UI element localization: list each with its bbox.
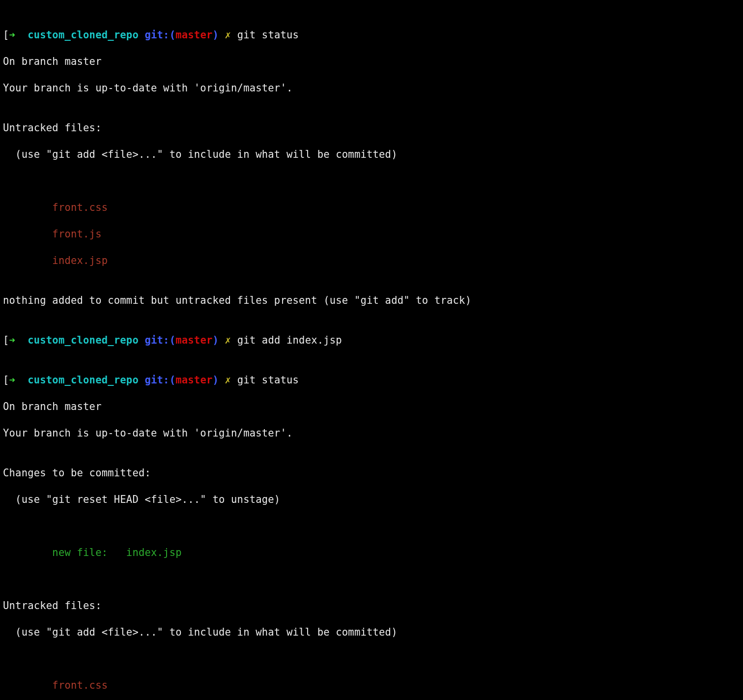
git-close: ) — [212, 29, 219, 41]
untracked-file: front.js — [3, 228, 740, 241]
command-text: git add index.jsp — [237, 334, 342, 346]
untracked-hint: (use "git add <file>..." to include in w… — [3, 148, 740, 161]
prompt-line: [➜ custom_cloned_repo git:(master) ✗ git… — [3, 334, 740, 347]
untracked-hint: (use "git add <file>..." to include in w… — [3, 626, 740, 639]
git-label: git:( — [139, 334, 175, 346]
output-line: On branch master — [3, 400, 740, 413]
git-branch: master — [175, 29, 212, 41]
git-branch: master — [175, 334, 212, 346]
output-line: nothing added to commit but untracked fi… — [3, 294, 740, 307]
git-label: git:( — [139, 374, 175, 386]
command-text: git status — [237, 29, 299, 41]
blank-line — [3, 652, 740, 666]
prompt-line: [➜ custom_cloned_repo git:(master) ✗ git… — [3, 374, 740, 387]
untracked-file: front.css — [3, 201, 740, 214]
arrow-icon: ➜ — [9, 334, 28, 346]
staged-hint: (use "git reset HEAD <file>..." to unsta… — [3, 493, 740, 506]
prompt-dir: custom_cloned_repo — [28, 29, 139, 41]
staged-file: new file: index.jsp — [3, 546, 740, 559]
git-close: ) — [212, 374, 219, 386]
arrow-icon: ➜ — [9, 29, 28, 41]
prompt-dir: custom_cloned_repo — [28, 374, 139, 386]
blank-line — [3, 573, 740, 586]
untracked-file: front.css — [3, 679, 740, 692]
git-branch: master — [175, 374, 212, 386]
git-close: ) — [212, 334, 219, 346]
prompt-line: [➜ custom_cloned_repo git:(master) ✗ git… — [3, 29, 740, 42]
blank-line — [3, 175, 740, 188]
terminal[interactable]: [➜ custom_cloned_repo git:(master) ✗ git… — [0, 0, 743, 700]
prompt-dir: custom_cloned_repo — [28, 334, 139, 346]
staged-header: Changes to be committed: — [3, 467, 740, 480]
arrow-icon: ➜ — [9, 374, 28, 386]
output-line: Your branch is up-to-date with 'origin/m… — [3, 427, 740, 440]
command-text: git status — [237, 374, 299, 386]
output-line: Your branch is up-to-date with 'origin/m… — [3, 82, 740, 95]
untracked-header: Untracked files: — [3, 599, 740, 612]
dirty-icon: ✗ — [219, 29, 237, 41]
untracked-header: Untracked files: — [3, 121, 740, 135]
dirty-icon: ✗ — [219, 334, 237, 346]
git-label: git:( — [139, 29, 175, 41]
dirty-icon: ✗ — [219, 374, 237, 386]
untracked-file: index.jsp — [3, 254, 740, 267]
output-line: On branch master — [3, 55, 740, 68]
blank-line — [3, 520, 740, 533]
